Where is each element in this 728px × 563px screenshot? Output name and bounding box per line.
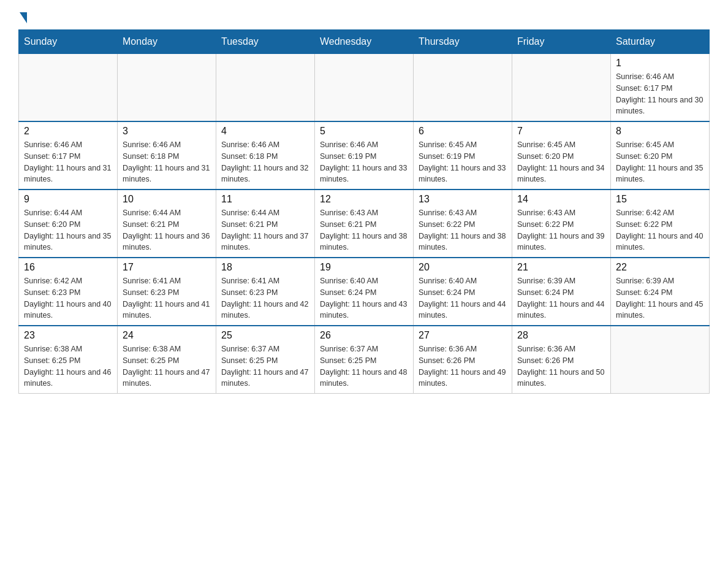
day-info: Sunrise: 6:43 AM Sunset: 6:21 PM Dayligh… [320, 207, 408, 253]
calendar-cell: 22Sunrise: 6:39 AM Sunset: 6:24 PM Dayli… [611, 258, 710, 326]
day-info: Sunrise: 6:40 AM Sunset: 6:24 PM Dayligh… [320, 275, 408, 321]
calendar-week-row-4: 16Sunrise: 6:42 AM Sunset: 6:23 PM Dayli… [19, 258, 710, 326]
calendar-cell: 24Sunrise: 6:38 AM Sunset: 6:25 PM Dayli… [118, 326, 216, 394]
calendar-cell: 13Sunrise: 6:43 AM Sunset: 6:22 PM Dayli… [414, 190, 512, 258]
day-info: Sunrise: 6:39 AM Sunset: 6:24 PM Dayligh… [517, 275, 605, 321]
calendar-cell: 7Sunrise: 6:45 AM Sunset: 6:20 PM Daylig… [512, 121, 611, 190]
day-number: 2 [24, 126, 112, 137]
day-number: 22 [616, 262, 704, 273]
calendar-cell: 18Sunrise: 6:41 AM Sunset: 6:23 PM Dayli… [216, 258, 315, 326]
calendar-cell: 8Sunrise: 6:45 AM Sunset: 6:20 PM Daylig… [611, 121, 710, 190]
day-number: 7 [517, 126, 605, 137]
day-info: Sunrise: 6:37 AM Sunset: 6:25 PM Dayligh… [320, 343, 408, 389]
calendar-cell: 26Sunrise: 6:37 AM Sunset: 6:25 PM Dayli… [315, 326, 414, 394]
calendar-cell: 17Sunrise: 6:41 AM Sunset: 6:23 PM Dayli… [118, 258, 216, 326]
day-info: Sunrise: 6:46 AM Sunset: 6:19 PM Dayligh… [320, 139, 408, 185]
weekday-header-saturday: Saturday [611, 30, 710, 54]
day-info: Sunrise: 6:41 AM Sunset: 6:23 PM Dayligh… [123, 275, 211, 321]
calendar-week-row-1: 1Sunrise: 6:46 AM Sunset: 6:17 PM Daylig… [19, 54, 710, 122]
day-info: Sunrise: 6:38 AM Sunset: 6:25 PM Dayligh… [123, 343, 211, 389]
calendar-cell: 28Sunrise: 6:36 AM Sunset: 6:26 PM Dayli… [512, 326, 611, 394]
day-info: Sunrise: 6:44 AM Sunset: 6:21 PM Dayligh… [123, 207, 211, 253]
calendar-cell [118, 54, 216, 122]
calendar-cell [216, 54, 315, 122]
calendar-cell: 16Sunrise: 6:42 AM Sunset: 6:23 PM Dayli… [19, 258, 118, 326]
calendar-cell: 9Sunrise: 6:44 AM Sunset: 6:20 PM Daylig… [19, 190, 118, 258]
calendar-cell: 5Sunrise: 6:46 AM Sunset: 6:19 PM Daylig… [315, 121, 414, 190]
calendar-cell: 11Sunrise: 6:44 AM Sunset: 6:21 PM Dayli… [216, 190, 315, 258]
day-info: Sunrise: 6:40 AM Sunset: 6:24 PM Dayligh… [419, 275, 507, 321]
calendar-cell: 23Sunrise: 6:38 AM Sunset: 6:25 PM Dayli… [19, 326, 118, 394]
day-number: 6 [419, 126, 507, 137]
weekday-header-monday: Monday [118, 30, 216, 54]
day-info: Sunrise: 6:37 AM Sunset: 6:25 PM Dayligh… [221, 343, 309, 389]
calendar-cell: 21Sunrise: 6:39 AM Sunset: 6:24 PM Dayli… [512, 258, 611, 326]
day-number: 26 [320, 330, 408, 341]
calendar-cell [19, 54, 118, 122]
logo-arrow-icon [20, 12, 27, 23]
day-number: 5 [320, 126, 408, 137]
day-number: 1 [616, 58, 704, 69]
calendar-cell: 14Sunrise: 6:43 AM Sunset: 6:22 PM Dayli… [512, 190, 611, 258]
calendar-week-row-3: 9Sunrise: 6:44 AM Sunset: 6:20 PM Daylig… [19, 190, 710, 258]
day-number: 16 [24, 262, 112, 273]
day-number: 23 [24, 330, 112, 341]
day-number: 28 [517, 330, 605, 341]
day-number: 15 [616, 194, 704, 205]
calendar-cell: 15Sunrise: 6:42 AM Sunset: 6:22 PM Dayli… [611, 190, 710, 258]
day-number: 4 [221, 126, 309, 137]
day-info: Sunrise: 6:38 AM Sunset: 6:25 PM Dayligh… [24, 343, 112, 389]
day-number: 17 [123, 262, 211, 273]
day-number: 24 [123, 330, 211, 341]
day-info: Sunrise: 6:41 AM Sunset: 6:23 PM Dayligh… [221, 275, 309, 321]
calendar-cell [611, 326, 710, 394]
day-number: 8 [616, 126, 704, 137]
calendar-cell: 3Sunrise: 6:46 AM Sunset: 6:18 PM Daylig… [118, 121, 216, 190]
day-number: 13 [419, 194, 507, 205]
calendar-cell [414, 54, 512, 122]
day-info: Sunrise: 6:44 AM Sunset: 6:21 PM Dayligh… [221, 207, 309, 253]
day-info: Sunrise: 6:46 AM Sunset: 6:17 PM Dayligh… [24, 139, 112, 185]
calendar-table: SundayMondayTuesdayWednesdayThursdayFrid… [18, 29, 710, 394]
day-info: Sunrise: 6:46 AM Sunset: 6:18 PM Dayligh… [221, 139, 309, 185]
day-number: 25 [221, 330, 309, 341]
day-number: 12 [320, 194, 408, 205]
calendar-cell: 25Sunrise: 6:37 AM Sunset: 6:25 PM Dayli… [216, 326, 315, 394]
page-header [18, 12, 710, 23]
day-number: 19 [320, 262, 408, 273]
day-info: Sunrise: 6:43 AM Sunset: 6:22 PM Dayligh… [517, 207, 605, 253]
calendar-cell: 1Sunrise: 6:46 AM Sunset: 6:17 PM Daylig… [611, 54, 710, 122]
day-number: 9 [24, 194, 112, 205]
day-number: 10 [123, 194, 211, 205]
day-info: Sunrise: 6:42 AM Sunset: 6:23 PM Dayligh… [24, 275, 112, 321]
calendar-cell: 27Sunrise: 6:36 AM Sunset: 6:26 PM Dayli… [414, 326, 512, 394]
day-number: 3 [123, 126, 211, 137]
weekday-header-thursday: Thursday [414, 30, 512, 54]
day-number: 20 [419, 262, 507, 273]
day-info: Sunrise: 6:45 AM Sunset: 6:20 PM Dayligh… [616, 139, 704, 185]
day-info: Sunrise: 6:36 AM Sunset: 6:26 PM Dayligh… [419, 343, 507, 389]
weekday-header-sunday: Sunday [19, 30, 118, 54]
day-info: Sunrise: 6:42 AM Sunset: 6:22 PM Dayligh… [616, 207, 704, 253]
calendar-cell: 4Sunrise: 6:46 AM Sunset: 6:18 PM Daylig… [216, 121, 315, 190]
calendar-cell: 10Sunrise: 6:44 AM Sunset: 6:21 PM Dayli… [118, 190, 216, 258]
calendar-week-row-5: 23Sunrise: 6:38 AM Sunset: 6:25 PM Dayli… [19, 326, 710, 394]
calendar-cell: 6Sunrise: 6:45 AM Sunset: 6:19 PM Daylig… [414, 121, 512, 190]
day-number: 14 [517, 194, 605, 205]
calendar-cell [512, 54, 611, 122]
day-info: Sunrise: 6:46 AM Sunset: 6:17 PM Dayligh… [616, 71, 704, 117]
day-info: Sunrise: 6:39 AM Sunset: 6:24 PM Dayligh… [616, 275, 704, 321]
day-number: 18 [221, 262, 309, 273]
calendar-cell [315, 54, 414, 122]
day-info: Sunrise: 6:36 AM Sunset: 6:26 PM Dayligh… [517, 343, 605, 389]
logo [18, 12, 28, 23]
calendar-cell: 2Sunrise: 6:46 AM Sunset: 6:17 PM Daylig… [19, 121, 118, 190]
calendar-cell: 12Sunrise: 6:43 AM Sunset: 6:21 PM Dayli… [315, 190, 414, 258]
weekday-header-friday: Friday [512, 30, 611, 54]
day-info: Sunrise: 6:43 AM Sunset: 6:22 PM Dayligh… [419, 207, 507, 253]
day-info: Sunrise: 6:44 AM Sunset: 6:20 PM Dayligh… [24, 207, 112, 253]
day-number: 11 [221, 194, 309, 205]
weekday-header-tuesday: Tuesday [216, 30, 315, 54]
day-info: Sunrise: 6:45 AM Sunset: 6:20 PM Dayligh… [517, 139, 605, 185]
day-number: 27 [419, 330, 507, 341]
